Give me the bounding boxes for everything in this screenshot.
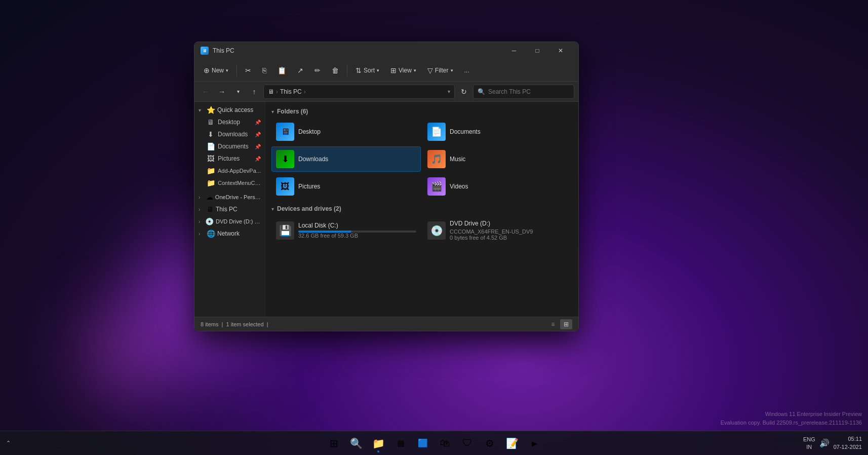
drive-c-space: 32.6 GB free of 59.3 GB bbox=[298, 233, 416, 239]
title-icon: 🖥 bbox=[201, 47, 209, 55]
taskbar-start-button[interactable]: ⊞ bbox=[324, 433, 344, 453]
share-button[interactable]: ↗ bbox=[292, 64, 308, 77]
sidebar-network-header[interactable]: › 🌐 Network bbox=[194, 228, 265, 240]
up-button[interactable]: ↑ bbox=[247, 85, 261, 99]
volume-icon[interactable]: 🔊 bbox=[819, 438, 830, 448]
language-indicator[interactable]: ENG IN bbox=[803, 436, 815, 450]
back-button[interactable]: ← bbox=[199, 85, 213, 99]
list-view-button[interactable]: ≡ bbox=[547, 319, 559, 329]
search-input[interactable] bbox=[488, 88, 570, 95]
taskbar-norton-button[interactable]: 🛡 bbox=[457, 433, 478, 453]
sidebar-dvd-header[interactable]: › 💿 DVD Drive (D:) CCCC... bbox=[194, 215, 265, 228]
thispc-icon: 🖥 bbox=[207, 205, 214, 213]
sidebar-item-downloads[interactable]: ⬇ Downloads 📌 bbox=[194, 128, 265, 140]
music-folder-icon: 🎵 bbox=[427, 150, 446, 168]
sidebar-item-pictures[interactable]: 🖼 Pictures 📌 bbox=[194, 153, 265, 165]
taskbar-settings-button[interactable]: ⚙ bbox=[480, 433, 500, 453]
refresh-button[interactable]: ↻ bbox=[457, 85, 471, 99]
view-toggle: ≡ ⊞ bbox=[547, 319, 572, 329]
drive-c-icon: 💾 bbox=[276, 221, 294, 240]
address-dropdown-icon[interactable]: ▾ bbox=[448, 89, 450, 94]
downloads-pin-icon: 📌 bbox=[255, 132, 261, 137]
folder-desktop[interactable]: 🖥 Desktop bbox=[271, 119, 421, 144]
sidebar-thispc-header[interactable]: › 🖥 This PC bbox=[194, 203, 265, 215]
paste-button[interactable]: 📋 bbox=[272, 64, 291, 77]
copy-icon: ⎘ bbox=[262, 66, 266, 74]
sidebar: ▾ ⭐ Quick access 🖥 Desktop 📌 ⬇ Downloads… bbox=[194, 102, 265, 317]
rename-button[interactable]: ✏ bbox=[309, 64, 326, 77]
close-button[interactable]: ✕ bbox=[549, 42, 572, 59]
sidebar-item-desktop[interactable]: 🖥 Desktop 📌 bbox=[194, 116, 265, 128]
network-icon: 🌐 bbox=[207, 230, 215, 238]
watermark-line2: Evaluation copy. Build 22509.rs_prerelea… bbox=[721, 419, 862, 427]
minimize-button[interactable]: ─ bbox=[502, 42, 526, 59]
folder-grid: 🖥 Desktop 📄 Documents ⬇ Downloads 🎵 Musi… bbox=[271, 119, 572, 199]
taskbar-center: ⊞ 🔍 📁 ▦ 🟦 🛍 🛡 ⚙ 📝 ▶ bbox=[324, 433, 544, 453]
taskbar: ⌃ ⊞ 🔍 📁 ▦ 🟦 🛍 🛡 ⚙ 📝 ▶ ENG IN 🔊 05:11 07-… bbox=[0, 431, 868, 455]
sidebar-item-contextmenu[interactable]: 📁 ContextMenuCust... bbox=[194, 177, 265, 189]
items-count: 8 items bbox=[201, 321, 218, 327]
maximize-button[interactable]: □ bbox=[526, 42, 549, 59]
folder-music[interactable]: 🎵 Music bbox=[423, 146, 572, 172]
system-clock[interactable]: 05:11 07-12-2021 bbox=[834, 435, 862, 451]
cut-icon: ✂ bbox=[245, 66, 251, 74]
taskbar-store-button[interactable]: 🛍 bbox=[435, 433, 455, 453]
sort-button[interactable]: ⇅ Sort ▾ bbox=[350, 64, 384, 77]
drives-section-label: Devices and drives (2) bbox=[277, 205, 341, 212]
sidebar-item-addappdevpa[interactable]: 📁 Add-AppDevPa... bbox=[194, 165, 265, 177]
sort-icon: ⇅ bbox=[356, 66, 362, 74]
recent-button[interactable]: ▾ bbox=[231, 85, 245, 99]
search-box[interactable]: 🔍 bbox=[473, 85, 574, 99]
drive-d-icon: 💿 bbox=[427, 221, 446, 240]
desktop-folder-name: Desktop bbox=[298, 128, 321, 135]
delete-button[interactable]: 🗑 bbox=[327, 64, 344, 77]
filter-dropdown-icon: ▾ bbox=[451, 68, 453, 73]
forward-button[interactable]: → bbox=[215, 85, 229, 99]
title-text: This PC bbox=[213, 47, 234, 54]
main-layout: ▾ ⭐ Quick access 🖥 Desktop 📌 ⬇ Downloads… bbox=[194, 102, 578, 317]
chevron-up-icon[interactable]: ⌃ bbox=[6, 440, 11, 446]
drive-d[interactable]: 💿 DVD Drive (D:) CCCOMA_X64FRE_EN-US_DV9… bbox=[423, 216, 572, 244]
sidebar-onedrive-header[interactable]: › ☁ OneDrive - Personal bbox=[194, 191, 265, 203]
pictures-icon: 🖼 bbox=[207, 155, 215, 163]
taskbar-teams-button[interactable]: 🟦 bbox=[413, 433, 433, 453]
sidebar-item-documents[interactable]: 📄 Documents 📌 bbox=[194, 140, 265, 153]
folder-downloads[interactable]: ⬇ Downloads bbox=[271, 146, 421, 172]
drive-c[interactable]: 💾 Local Disk (C:) 32.6 GB free of 59.3 G… bbox=[271, 216, 421, 244]
onedrive-icon: ☁ bbox=[206, 193, 213, 201]
pictures-folder-icon: 🖼 bbox=[276, 177, 294, 196]
thispc-expand-icon: › bbox=[199, 207, 205, 212]
drive-grid: 💾 Local Disk (C:) 32.6 GB free of 59.3 G… bbox=[271, 216, 572, 244]
documents-folder-name: Documents bbox=[450, 128, 481, 135]
toolbar: ⊕ New ▾ ✂ ⎘ 📋 ↗ ✏ 🗑 ⇅ Sort ▾ ⊞ bbox=[194, 59, 578, 82]
cut-button[interactable]: ✂ bbox=[240, 64, 256, 77]
toolbar-separator-1 bbox=[236, 64, 237, 77]
sidebar-quick-access-header[interactable]: ▾ ⭐ Quick access bbox=[194, 104, 265, 116]
view-button[interactable]: ⊞ View ▾ bbox=[385, 64, 421, 77]
taskbar-notepad-button[interactable]: 📝 bbox=[502, 433, 522, 453]
folder-documents[interactable]: 📄 Documents bbox=[423, 119, 572, 144]
grid-view-button[interactable]: ⊞ bbox=[560, 319, 572, 329]
folders-section-header: ▾ Folders (6) bbox=[271, 108, 572, 115]
address-separator-1: › bbox=[276, 88, 278, 95]
filter-button[interactable]: ▽ Filter ▾ bbox=[422, 64, 458, 77]
language-text: ENG bbox=[803, 436, 815, 443]
music-folder-name: Music bbox=[450, 156, 465, 163]
pictures-pin-icon: 📌 bbox=[255, 156, 261, 162]
more-button[interactable]: ... bbox=[459, 64, 475, 77]
address-field[interactable]: 🖥 › This PC › ▾ bbox=[263, 85, 455, 99]
copy-button[interactable]: ⎘ bbox=[257, 64, 271, 77]
status-bar: 8 items | 1 item selected | ≡ ⊞ bbox=[194, 317, 578, 331]
sort-dropdown-icon: ▾ bbox=[377, 68, 379, 73]
contextmenu-icon: 📁 bbox=[207, 179, 215, 187]
taskbar-widgets-button[interactable]: ▦ bbox=[390, 433, 411, 453]
folder-pictures[interactable]: 🖼 Pictures bbox=[271, 174, 421, 199]
quick-access-label: Quick access bbox=[217, 106, 253, 113]
dvd-expand-icon: › bbox=[199, 219, 203, 224]
explorer-window: 🖥 This PC ─ □ ✕ ⊕ New ▾ ✂ ⎘ 📋 ↗ ✏ bbox=[194, 42, 579, 331]
new-button[interactable]: ⊕ New ▾ bbox=[199, 64, 233, 77]
folder-videos[interactable]: 🎬 Videos bbox=[423, 174, 572, 199]
taskbar-explorer-button[interactable]: 📁 bbox=[368, 433, 388, 453]
taskbar-terminal-button[interactable]: ▶ bbox=[524, 433, 544, 453]
taskbar-search-button[interactable]: 🔍 bbox=[346, 433, 366, 453]
